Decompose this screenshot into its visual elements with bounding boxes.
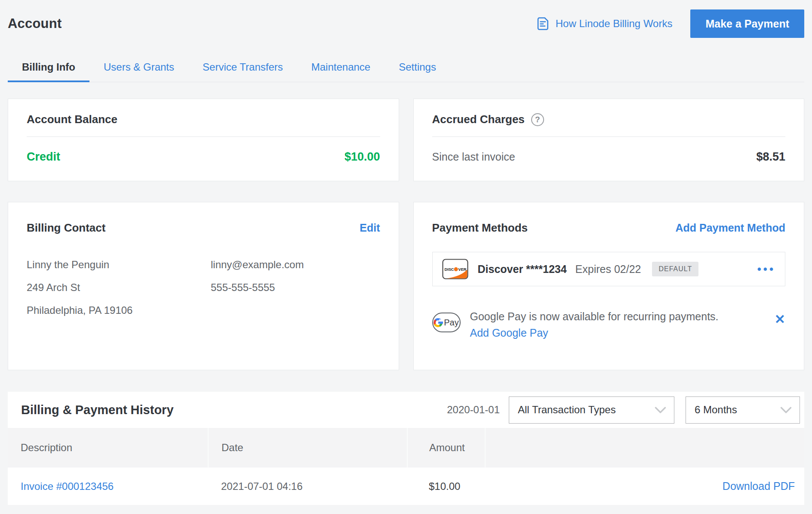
default-badge: DEFAULT xyxy=(652,262,698,276)
divider xyxy=(27,136,380,137)
google-g-logo xyxy=(434,318,443,327)
google-pay-message-block: Google Pay is now available for recurrin… xyxy=(470,310,719,339)
payment-methods-card: Payment Methods Add Payment Method DISC … xyxy=(413,202,805,370)
page-title: Account xyxy=(8,16,62,31)
download-pdf-link[interactable]: Download PDF xyxy=(723,480,795,492)
card-display-name: Discover ****1234 xyxy=(478,263,567,276)
payment-method-row: DISC VER Discover ****1234 Expires 02/22… xyxy=(432,252,786,286)
add-google-pay-link[interactable]: Add Google Pay xyxy=(470,327,548,339)
account-balance-card: Account Balance Credit $10.00 xyxy=(8,99,399,181)
invoice-amount: $10.00 xyxy=(407,468,485,505)
tab-users-grants[interactable]: Users & Grants xyxy=(89,55,188,82)
top-bar: Account How Linode Billing Works Make a … xyxy=(8,9,804,38)
billing-contact-card: Billing Contact Edit Linny the Penguin 2… xyxy=(8,202,399,370)
tab-settings[interactable]: Settings xyxy=(384,55,450,82)
summary-cards-row: Account Balance Credit $10.00 Accrued Ch… xyxy=(8,99,804,181)
table-row: Invoice #000123456 2021-07-01 04:16 $10.… xyxy=(8,468,804,505)
balance-amount: $10.00 xyxy=(344,150,380,164)
column-header-description[interactable]: Description xyxy=(8,428,208,468)
contact-email: linny@example.com xyxy=(211,259,304,271)
billing-contact-title: Billing Contact xyxy=(27,221,105,235)
discover-logo-text-2: VER xyxy=(458,267,466,272)
billing-history-section: Billing & Payment History 2020-01-01 All… xyxy=(8,392,804,505)
accrued-charges-title: Accrued Charges ? xyxy=(432,113,786,126)
table-header-row: Description Date Amount xyxy=(8,428,804,468)
contact-address-line1: 249 Arch St xyxy=(27,282,211,294)
account-page: Account How Linode Billing Works Make a … xyxy=(0,0,812,505)
edit-billing-contact-link[interactable]: Edit xyxy=(360,222,380,234)
google-pay-icon: Pay xyxy=(432,313,461,332)
detail-cards-row: Billing Contact Edit Linny the Penguin 2… xyxy=(8,202,804,370)
help-icon[interactable]: ? xyxy=(531,113,544,126)
how-billing-works-label: How Linode Billing Works xyxy=(556,18,673,30)
make-payment-button[interactable]: Make a Payment xyxy=(690,9,804,38)
account-balance-title: Account Balance xyxy=(27,113,380,126)
accrued-charges-card: Accrued Charges ? Since last invoice $8.… xyxy=(413,99,805,181)
google-pay-banner: Pay Google Pay is now available for recu… xyxy=(432,310,786,339)
document-icon xyxy=(535,16,550,31)
billing-history-header: Billing & Payment History 2020-01-01 All… xyxy=(8,392,804,428)
chevron-down-icon xyxy=(655,406,666,414)
discover-card-icon: DISC VER xyxy=(442,259,468,279)
account-balance-row: Credit $10.00 xyxy=(27,150,380,164)
payment-methods-head: Payment Methods Add Payment Method xyxy=(432,221,786,235)
google-pay-message: Google Pay is now available for recurrin… xyxy=(470,310,719,322)
card-actions-menu-icon[interactable]: ••• xyxy=(757,263,775,276)
accrued-charges-amount: $8.51 xyxy=(756,150,785,164)
time-range-value: 6 Months xyxy=(695,404,737,416)
invoice-date: 2021-07-01 04:16 xyxy=(208,468,407,505)
contact-address-line2: Philadelphia, PA 19106 xyxy=(27,304,211,316)
accrued-charges-label: Since last invoice xyxy=(432,151,515,163)
transaction-types-value: All Transaction Types xyxy=(518,404,616,416)
column-header-date[interactable]: Date xyxy=(208,428,407,468)
accrued-charges-title-text: Accrued Charges xyxy=(432,113,525,126)
transaction-types-select[interactable]: All Transaction Types xyxy=(509,396,674,424)
chevron-down-icon xyxy=(780,406,792,414)
account-tabs: Billing Info Users & Grants Service Tran… xyxy=(8,55,804,82)
contact-name: Linny the Penguin xyxy=(27,259,211,271)
column-header-actions xyxy=(485,428,804,468)
top-bar-actions: How Linode Billing Works Make a Payment xyxy=(535,9,804,38)
billing-history-title: Billing & Payment History xyxy=(21,403,174,417)
discover-logo-text-1: DISC xyxy=(444,267,454,272)
billing-contact-details: Linny the Penguin 249 Arch St Philadelph… xyxy=(27,259,380,327)
payment-methods-title: Payment Methods xyxy=(432,221,528,235)
accrued-charges-row: Since last invoice $8.51 xyxy=(432,150,786,164)
google-pay-logo-text: Pay xyxy=(444,318,458,328)
invoice-link[interactable]: Invoice #000123456 xyxy=(8,468,208,505)
contact-phone: 555-555-5555 xyxy=(211,282,304,294)
tab-billing-info[interactable]: Billing Info xyxy=(8,55,89,82)
tab-maintenance[interactable]: Maintenance xyxy=(297,55,384,82)
close-icon[interactable]: ✕ xyxy=(775,313,785,326)
billing-contact-head: Billing Contact Edit xyxy=(27,221,380,235)
how-billing-works-link[interactable]: How Linode Billing Works xyxy=(535,16,673,31)
divider xyxy=(432,136,786,137)
contact-address-column: Linny the Penguin 249 Arch St Philadelph… xyxy=(27,259,211,327)
contact-comms-column: linny@example.com 555-555-5555 xyxy=(211,259,304,327)
add-payment-method-link[interactable]: Add Payment Method xyxy=(675,222,785,234)
history-start-date[interactable]: 2020-01-01 xyxy=(447,404,500,416)
column-header-amount[interactable]: Amount xyxy=(407,428,485,468)
time-range-select[interactable]: 6 Months xyxy=(686,396,800,424)
card-expiry: Expires 02/22 xyxy=(575,263,641,276)
billing-history-table: Description Date Amount Invoice #0001234… xyxy=(8,428,804,505)
balance-status-label: Credit xyxy=(27,150,60,164)
tab-service-transfers[interactable]: Service Transfers xyxy=(188,55,297,82)
billing-history-controls: 2020-01-01 All Transaction Types 6 Month… xyxy=(447,396,800,424)
